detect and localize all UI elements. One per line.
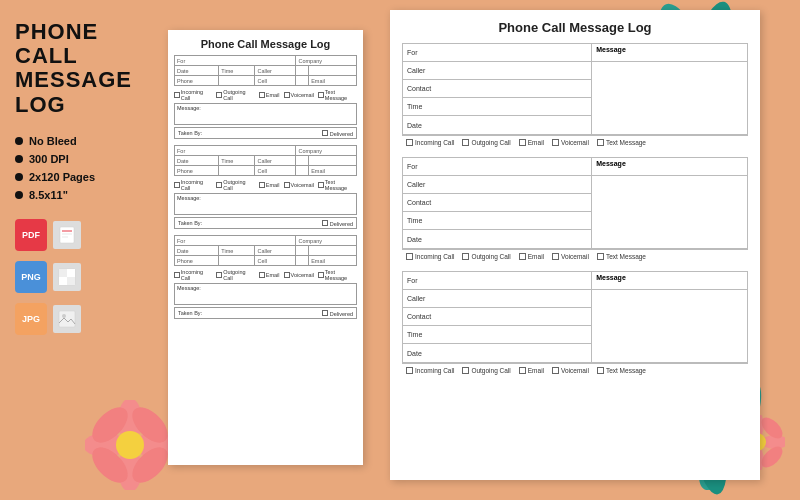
rcb1-outgoing-box[interactable] <box>462 139 469 146</box>
cb2-email-box[interactable] <box>259 182 265 188</box>
delivered-cb-1[interactable] <box>322 130 328 136</box>
right-section-3: For Caller Contact Time Date Message <box>402 271 748 363</box>
rcb2-vm-box[interactable] <box>552 253 559 260</box>
pdf-label: PDF <box>22 230 40 240</box>
delivered-cb-3[interactable] <box>322 310 328 316</box>
taken-label-2: Taken By: <box>178 220 202 227</box>
phone-label-2: Phone <box>175 166 219 176</box>
delivered-label-3: Delivered <box>322 310 353 317</box>
date-label: Date <box>175 66 219 76</box>
checkboxes-2: Incoming Call Outgoing Call Email Voicem… <box>174 179 357 191</box>
contact-field-3: Contact <box>403 308 591 326</box>
jpg-preview <box>53 305 81 333</box>
rcb1-vm-box[interactable] <box>552 139 559 146</box>
bullet-list: No Bleed 300 DPI 2x120 Pages 8.5x11" <box>15 135 160 201</box>
msg-content-2 <box>592 176 747 248</box>
right-section-2: For Caller Contact Time Date Message <box>402 157 748 249</box>
cb3-email-box[interactable] <box>259 272 265 278</box>
rcb2-incoming: Incoming Call <box>406 253 454 260</box>
cb-incoming: Incoming Call <box>174 89 212 101</box>
cb-email-box[interactable] <box>259 92 265 98</box>
caller-val <box>296 66 309 76</box>
caller-field-3: Caller <box>403 290 591 308</box>
bullet-item-2: 300 DPI <box>15 153 160 165</box>
png-label: PNG <box>21 272 41 282</box>
rcb3-text: Text Message <box>597 367 646 374</box>
cb-vm-box[interactable] <box>284 92 290 98</box>
bullet-dot-3 <box>15 173 23 181</box>
cb-text: Text Message <box>318 89 357 101</box>
caller-field-2: Caller <box>403 176 591 194</box>
form-table-2: For Company Date Time Caller Phone Cell … <box>174 145 357 176</box>
right-block-1: For Caller Contact Time Date Message Inc… <box>402 43 748 149</box>
rcb3-incoming-box[interactable] <box>406 367 413 374</box>
delivered-cb-2[interactable] <box>322 220 328 226</box>
rcb1-email: Email <box>519 139 544 146</box>
date-field-3: Date <box>403 344 591 362</box>
bullet-text-2: 300 DPI <box>29 153 69 165</box>
cell-val <box>296 76 309 86</box>
cb3-text: Text Message <box>318 269 357 281</box>
cb3-incoming-box[interactable] <box>174 272 180 278</box>
rcb2-incoming-box[interactable] <box>406 253 413 260</box>
rcb2-text-box[interactable] <box>597 253 604 260</box>
time-field-1: Time <box>403 98 591 116</box>
right-block-3: For Caller Contact Time Date Message Inc… <box>402 271 748 377</box>
cb2-incoming-box[interactable] <box>174 182 180 188</box>
cb2-outgoing-box[interactable] <box>216 182 222 188</box>
rcb3-email: Email <box>519 367 544 374</box>
png-preview <box>53 263 81 291</box>
cb3-text-box[interactable] <box>318 272 324 278</box>
rcb2-email-box[interactable] <box>519 253 526 260</box>
svg-rect-27 <box>59 269 67 277</box>
right-checkboxes-3: Incoming Call Outgoing Call Email Voicem… <box>402 363 748 377</box>
cb-text-box[interactable] <box>318 92 324 98</box>
cb3-outgoing-box[interactable] <box>216 272 222 278</box>
cell-label: Cell <box>255 76 296 86</box>
rcb3-incoming: Incoming Call <box>406 367 454 374</box>
caller-label-2: Caller <box>255 156 296 166</box>
rcb3-email-box[interactable] <box>519 367 526 374</box>
jpg-label: JPG <box>22 314 40 324</box>
cb3-outgoing: Outgoing Call <box>216 269 254 281</box>
time-field-2: Time <box>403 212 591 230</box>
cb2-vm-box[interactable] <box>284 182 290 188</box>
rcb1-incoming-box[interactable] <box>406 139 413 146</box>
cb3-email: Email <box>259 272 280 278</box>
cb-outgoing-box[interactable] <box>216 92 222 98</box>
time-field-3: Time <box>403 326 591 344</box>
cb2-text-box[interactable] <box>318 182 324 188</box>
taken-row-1: Taken By: Delivered <box>174 127 357 139</box>
message-area-1: Message: <box>174 103 357 125</box>
rcb3-outgoing-box[interactable] <box>462 367 469 374</box>
right-right-col-3: Message <box>592 272 747 362</box>
rcb3-text-box[interactable] <box>597 367 604 374</box>
rcb3-vm-box[interactable] <box>552 367 559 374</box>
rcb2-vm: Voicemail <box>552 253 589 260</box>
email-label: Email <box>309 76 357 86</box>
rcb1-vm: Voicemail <box>552 139 589 146</box>
taken-label-3: Taken By: <box>178 310 202 317</box>
empty-cell-3 <box>309 246 357 256</box>
cb3-vm-box[interactable] <box>284 272 290 278</box>
rcb2-outgoing-box[interactable] <box>462 253 469 260</box>
msg-header-2: Message <box>592 158 747 176</box>
cb-incoming-box[interactable] <box>174 92 180 98</box>
empty-cell-2 <box>309 156 357 166</box>
rcb1-text-box[interactable] <box>597 139 604 146</box>
email-label-2: Email <box>309 166 357 176</box>
date-label-3: Date <box>175 246 219 256</box>
caller-val-3 <box>296 246 309 256</box>
phone-label-3: Phone <box>175 256 219 266</box>
rcb1-email-box[interactable] <box>519 139 526 146</box>
jpg-badge: JPG <box>15 303 160 335</box>
cb3-vm: Voicemail <box>284 272 315 278</box>
right-checkboxes-2: Incoming Call Outgoing Call Email Voicem… <box>402 249 748 263</box>
for-label-2: For <box>175 146 296 156</box>
bullet-dot-2 <box>15 155 23 163</box>
right-block-2: For Caller Contact Time Date Message Inc… <box>402 157 748 263</box>
email-label-3: Email <box>309 256 357 266</box>
cell-val-2 <box>296 166 309 176</box>
msg-header-1: Message <box>592 44 747 62</box>
form-section-1: For Company Date Time Caller Phone Cell … <box>174 55 357 139</box>
